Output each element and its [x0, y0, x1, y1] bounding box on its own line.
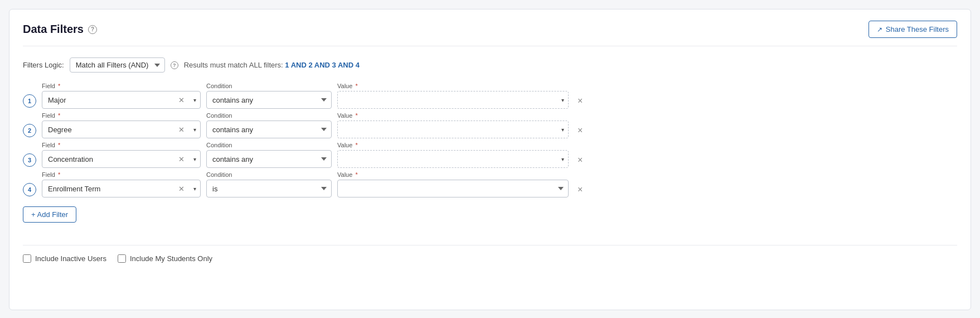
- value-dropdown-btn-2[interactable]: ▾: [560, 127, 565, 133]
- checkbox-my-students[interactable]: [118, 254, 126, 263]
- checkbox-text-my-students: Include My Students Only: [130, 254, 212, 263]
- title-row: Data Filters ?: [23, 23, 97, 36]
- field-dropdown-btn-1[interactable]: ▾: [192, 97, 197, 103]
- checkbox-inactive[interactable]: [23, 254, 31, 263]
- value-input-2[interactable]: [337, 121, 569, 138]
- filter-logic-help-icon[interactable]: ?: [171, 61, 178, 69]
- value-select-4[interactable]: [337, 180, 569, 197]
- filter-logic-label: Filters Logic:: [23, 61, 64, 69]
- condition-select-1[interactable]: contains anydoes not containisis notis e…: [206, 91, 332, 109]
- page-title: Data Filters: [23, 23, 84, 36]
- condition-select-3[interactable]: contains anydoes not containisis notis e…: [206, 150, 332, 168]
- remove-filter-btn-2[interactable]: ×: [574, 124, 586, 137]
- condition-select-2[interactable]: contains anydoes not containisis notis e…: [206, 121, 332, 138]
- share-button-label: Share These Filters: [886, 25, 949, 33]
- field-dropdown-btn-2[interactable]: ▾: [192, 127, 197, 133]
- filter-row: 2 Field * ✕ ▾ Condition contains anydoes…: [23, 112, 957, 138]
- value-label-2: Value *: [337, 112, 569, 119]
- filter-number-3: 3: [23, 153, 36, 167]
- field-clear-btn-3[interactable]: ✕: [177, 156, 186, 163]
- filter-cols: Field * ✕ ▾ Condition contains anydoes n…: [42, 142, 569, 168]
- condition-label-1: Condition: [206, 83, 332, 89]
- field-input-wrapper-3: ✕ ▾: [42, 150, 201, 168]
- remove-filter-btn-3[interactable]: ×: [574, 153, 586, 167]
- filter-number-1: 1: [23, 94, 36, 108]
- condition-label-2: Condition: [206, 112, 332, 119]
- value-label-3: Value *: [337, 142, 569, 148]
- help-icon[interactable]: ?: [88, 25, 97, 34]
- condition-label-4: Condition: [206, 171, 332, 178]
- field-label-2: Field *: [42, 112, 201, 119]
- value-label-4: Value *: [337, 171, 569, 178]
- field-input-wrapper-1: ✕ ▾: [42, 91, 201, 109]
- filter-cols: Field * ✕ ▾ Condition contains anydoes n…: [42, 112, 569, 138]
- field-dropdown-btn-4[interactable]: ▾: [192, 186, 197, 192]
- remove-filter-btn-1[interactable]: ×: [574, 94, 586, 108]
- checkboxes-row: Include Inactive Users Include My Studen…: [23, 245, 957, 263]
- value-dropdown-btn-1[interactable]: ▾: [560, 97, 565, 103]
- filter-cols: Field * ✕ ▾ Condition contains anydoes n…: [42, 83, 569, 109]
- share-filters-button[interactable]: ↗ Share These Filters: [869, 21, 957, 38]
- page-container: Data Filters ? ↗ Share These Filters Fil…: [9, 9, 971, 310]
- field-input-wrapper-2: ✕ ▾: [42, 121, 201, 138]
- field-input-wrapper-4: ✕ ▾: [42, 180, 201, 197]
- filter-cols: Field * ✕ ▾ Condition contains anydoes n…: [42, 171, 569, 197]
- share-icon: ↗: [877, 26, 882, 33]
- checkbox-text-inactive: Include Inactive Users: [35, 254, 106, 263]
- filter-number-2: 2: [23, 124, 36, 137]
- value-input-wrapper-2: ▾: [337, 121, 569, 138]
- value-input-wrapper-1: ▾: [337, 91, 569, 109]
- field-clear-btn-2[interactable]: ✕: [177, 126, 186, 133]
- condition-label-3: Condition: [206, 142, 332, 148]
- value-input-wrapper-3: ▾: [337, 150, 569, 168]
- condition-select-4[interactable]: contains anydoes not containisis notis e…: [206, 180, 332, 197]
- value-dropdown-btn-3[interactable]: ▾: [560, 156, 565, 162]
- value-input-3[interactable]: [337, 150, 569, 168]
- remove-filter-btn-4[interactable]: ×: [574, 183, 586, 196]
- filter-logic-result-prefix: Results must match ALL filters: 1 AND 2 …: [184, 61, 360, 69]
- field-label-3: Field *: [42, 142, 201, 148]
- value-label-1: Value *: [337, 83, 569, 89]
- filter-row: 4 Field * ✕ ▾ Condition contains anydoes…: [23, 171, 957, 197]
- filter-row: 1 Field * ✕ ▾ Condition contains anydoes…: [23, 83, 957, 109]
- field-dropdown-btn-3[interactable]: ▾: [192, 156, 197, 162]
- checkbox-label-my-students[interactable]: Include My Students Only: [118, 254, 212, 263]
- field-label-4: Field *: [42, 171, 201, 178]
- filter-row: 3 Field * ✕ ▾ Condition contains anydoes…: [23, 142, 957, 168]
- filters-area: 1 Field * ✕ ▾ Condition contains anydoes…: [23, 83, 957, 197]
- add-filter-button[interactable]: + Add Filter: [23, 206, 76, 223]
- field-clear-btn-4[interactable]: ✕: [177, 185, 186, 192]
- field-clear-btn-1[interactable]: ✕: [177, 97, 186, 104]
- filter-logic-select[interactable]: Match all Filters (AND)Match any Filter …: [70, 57, 165, 73]
- field-label-1: Field *: [42, 83, 201, 89]
- filter-number-4: 4: [23, 183, 36, 196]
- page-header: Data Filters ? ↗ Share These Filters: [23, 21, 957, 46]
- checkbox-label-inactive[interactable]: Include Inactive Users: [23, 254, 106, 263]
- filter-logic-row: Filters Logic: Match all Filters (AND)Ma…: [23, 57, 957, 73]
- value-input-1[interactable]: [337, 91, 569, 109]
- filter-logic-result-value: 1 AND 2 AND 3 AND 4: [285, 61, 360, 69]
